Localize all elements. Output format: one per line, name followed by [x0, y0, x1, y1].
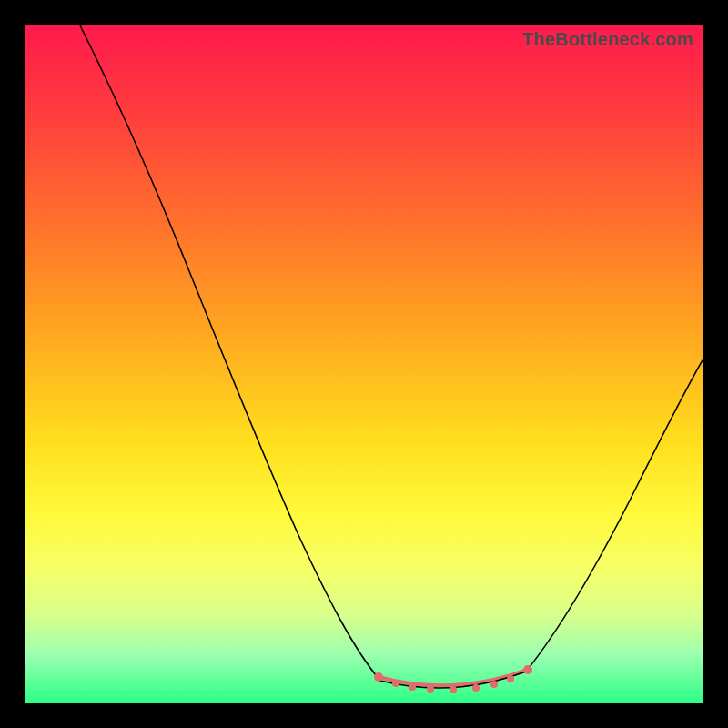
flat-region-markers — [374, 665, 532, 693]
chart-plot-area: TheBottleneck.com — [25, 25, 703, 703]
curve-left-branch — [80, 25, 380, 681]
svg-point-3 — [427, 685, 434, 693]
svg-point-7 — [507, 675, 514, 682]
curve-right-branch — [526, 360, 703, 672]
svg-point-2 — [409, 683, 416, 691]
svg-point-5 — [472, 684, 480, 692]
bottleneck-curve — [25, 25, 703, 703]
svg-point-0 — [374, 672, 383, 682]
svg-point-1 — [392, 680, 399, 687]
svg-point-8 — [523, 665, 532, 674]
curve-flat-bottom — [380, 672, 526, 688]
attribution-watermark: TheBottleneck.com — [522, 29, 693, 50]
svg-point-6 — [490, 681, 498, 688]
svg-point-4 — [450, 686, 457, 693]
curve-flat-bottom-highlight — [379, 670, 528, 685]
